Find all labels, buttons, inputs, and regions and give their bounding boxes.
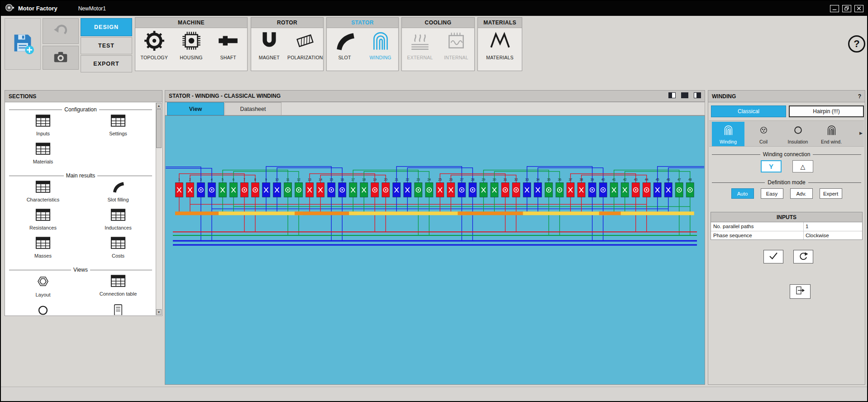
- sidebar-item-characteristics[interactable]: Characteristics: [14, 180, 72, 208]
- inputs-table-title: INPUTS: [711, 212, 862, 222]
- svg-text:41: 41: [612, 178, 616, 181]
- tab-datasheet[interactable]: Datasheet: [224, 102, 281, 115]
- parallel-paths-value[interactable]: 1: [804, 222, 862, 231]
- subtab-end-winding[interactable]: End wind.: [815, 122, 848, 146]
- subtab-overflow-icon[interactable]: ▶: [859, 131, 863, 135]
- scrollbar-thumb[interactable]: [156, 109, 162, 148]
- winding-connection-label: Winding connection: [712, 151, 861, 158]
- subtab-winding[interactable]: Winding: [712, 122, 744, 146]
- nav-item-winding[interactable]: WINDING: [362, 29, 398, 60]
- motor-factory-window: Motor Factory NewMotor1 DESIGN TEST EXPO…: [0, 0, 868, 402]
- mode-design-button[interactable]: DESIGN: [81, 18, 132, 36]
- tab-view[interactable]: View: [167, 102, 224, 115]
- layout-split-right-icon[interactable]: [694, 92, 701, 100]
- sidebar-item-materials[interactable]: Materials: [14, 142, 72, 170]
- close-button[interactable]: [854, 5, 863, 12]
- nav-item-materials[interactable]: MATERIALS: [482, 29, 518, 60]
- nav-item-internal-cooling[interactable]: INTERNAL: [438, 29, 474, 60]
- sidebar-item-slot-filling[interactable]: Slot filling: [89, 180, 148, 208]
- winding-coil-icon: [722, 124, 734, 138]
- nav-group-rotor: ROTOR MAGNET POLARIZATION: [251, 17, 324, 71]
- svg-text:33: 33: [525, 178, 529, 181]
- sidebar-item-costs[interactable]: Costs: [89, 236, 148, 264]
- apply-button[interactable]: [763, 250, 783, 263]
- sections-scrollbar[interactable]: ▲ ▼: [156, 103, 162, 315]
- slot-icon: [334, 29, 356, 54]
- mode-export-button[interactable]: EXPORT: [81, 55, 132, 72]
- scroll-down-icon[interactable]: ▼: [156, 309, 162, 315]
- sidebar-item-connection-table[interactable]: Connection table: [89, 274, 148, 302]
- svg-text:16: 16: [340, 178, 344, 181]
- svg-text:31: 31: [504, 178, 507, 181]
- nav-item-external-cooling[interactable]: EXTERNAL: [402, 29, 438, 60]
- subtab-insulation[interactable]: Insulation: [782, 122, 814, 146]
- definition-expert-button[interactable]: Expert: [820, 188, 842, 199]
- sidebar-item-settings[interactable]: Settings: [89, 114, 148, 142]
- layout-split-left-icon[interactable]: [668, 92, 676, 100]
- nav-group-rotor-title: ROTOR: [251, 18, 323, 28]
- sidebar-item-layout[interactable]: Layout: [14, 274, 72, 302]
- polarization-icon: [294, 29, 316, 54]
- svg-text:11: 11: [286, 178, 289, 181]
- svg-text:35: 35: [547, 178, 551, 181]
- phase-sequence-value[interactable]: Clockwise: [804, 231, 862, 239]
- nav-item-housing[interactable]: HOUSING: [173, 29, 210, 60]
- snapshot-button[interactable]: [43, 46, 79, 70]
- export-report-button[interactable]: [790, 284, 811, 299]
- nav-group-machine: MACHINE TOPOLOGY HOUSING SHAFT: [135, 17, 248, 71]
- slot-filling-icon: [111, 180, 125, 196]
- ring-icon: [35, 303, 51, 315]
- layout-coil-icon: [35, 274, 51, 291]
- sidebar-item-partial-1[interactable]: [14, 303, 72, 315]
- table-icon: [110, 208, 126, 224]
- reset-button[interactable]: [793, 250, 813, 263]
- sidebar-item-resistances[interactable]: Resistances: [14, 208, 72, 236]
- svg-text:24: 24: [427, 178, 431, 181]
- undo-icon: [53, 23, 68, 40]
- winding-help-button[interactable]: ?: [858, 93, 861, 100]
- svg-text:10: 10: [275, 178, 279, 181]
- save-button[interactable]: [5, 18, 41, 70]
- definition-easy-button[interactable]: Easy: [761, 188, 783, 199]
- nav-item-polarization[interactable]: POLARIZATION: [287, 29, 324, 60]
- nav-item-magnet[interactable]: MAGNET: [251, 29, 287, 60]
- nav-item-slot[interactable]: SLOT: [327, 29, 362, 60]
- phase-bus-lines: [173, 232, 697, 245]
- winding-coil-icon: [369, 29, 392, 54]
- sidebar-item-inductances[interactable]: Inductances: [89, 208, 148, 236]
- winding-type-hairpin-button[interactable]: Hairpin (!!!): [789, 105, 864, 117]
- winding-type-classical-button[interactable]: Classical: [711, 105, 786, 117]
- mode-test-button[interactable]: TEST: [81, 37, 132, 54]
- restore-button[interactable]: [842, 5, 851, 12]
- svg-text:12: 12: [297, 178, 300, 181]
- sections-panel-title: SECTIONS: [5, 91, 162, 102]
- sidebar-item-inputs[interactable]: Inputs: [14, 114, 72, 142]
- connection-wye-button[interactable]: Y: [761, 160, 782, 172]
- definition-mode-label: Definition mode: [712, 179, 861, 186]
- external-cooling-icon: [409, 29, 431, 54]
- materials-icon: [489, 29, 511, 54]
- svg-text:42: 42: [623, 178, 627, 181]
- nav-item-topology[interactable]: TOPOLOGY: [136, 29, 172, 60]
- svg-text:9: 9: [265, 178, 267, 181]
- sections-panel: SECTIONS Configuration Inputs Settings M…: [5, 90, 162, 316]
- minimize-button[interactable]: [830, 5, 839, 12]
- undo-button[interactable]: [43, 18, 79, 44]
- check-icon: [768, 250, 779, 263]
- sidebar-item-partial-2[interactable]: [89, 303, 148, 315]
- definition-adv-button[interactable]: Adv.: [790, 188, 813, 199]
- coil-side-bars: [175, 211, 694, 215]
- definition-auto-button[interactable]: Auto: [731, 188, 754, 199]
- table-icon: [35, 180, 51, 196]
- subtab-coil[interactable]: Coil: [747, 122, 780, 146]
- connection-delta-button[interactable]: △: [792, 160, 813, 172]
- sidebar-item-masses[interactable]: Masses: [14, 236, 72, 264]
- sections-content: Configuration Inputs Settings Materials …: [5, 103, 156, 315]
- svg-text:8: 8: [254, 178, 256, 181]
- scroll-up-icon[interactable]: ▲: [156, 103, 162, 109]
- camera-icon: [52, 49, 69, 67]
- svg-text:21: 21: [395, 178, 398, 181]
- nav-item-shaft[interactable]: SHAFT: [210, 29, 246, 60]
- help-button[interactable]: ?: [848, 35, 865, 53]
- layout-single-icon[interactable]: [681, 92, 688, 100]
